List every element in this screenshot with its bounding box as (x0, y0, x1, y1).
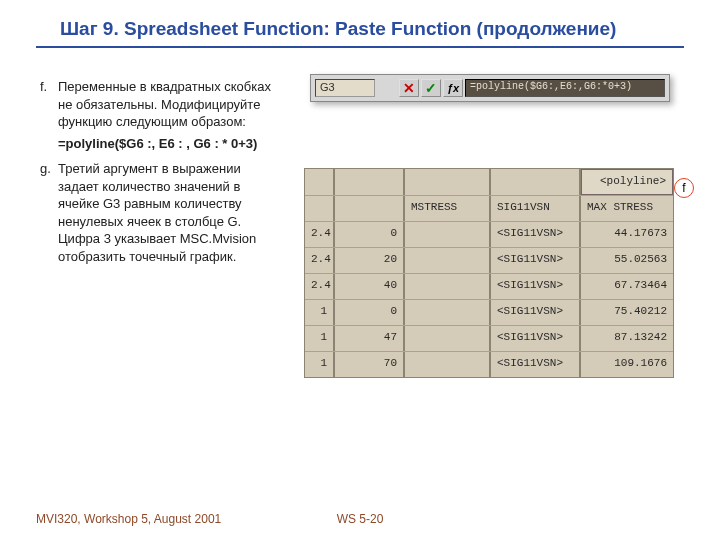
col-sig11vsn: SIG11VSN (491, 196, 581, 221)
formula-bar: G3 ✕ ✓ ƒx =polyline($G6:,E6:,G6:*0+3) (310, 74, 670, 102)
item-g-letter: g. (40, 160, 58, 265)
item-f-letter: f. (40, 78, 58, 152)
page-title: Шаг 9. Spreadsheet Function: Paste Funct… (0, 0, 720, 46)
item-f-formula: =polyline($G6 :, E6 : , G6 : * 0+3) (58, 135, 280, 153)
table-row: 1 70 <SIG11VSN> 109.1676 (305, 351, 673, 377)
footer-center: WS 5-20 (337, 512, 384, 526)
left-text-column: f. Переменные в квадратных скобках не об… (40, 78, 280, 273)
accept-button[interactable]: ✓ (421, 79, 441, 97)
formula-input[interactable]: =polyline($G6:,E6:,G6:*0+3) (465, 79, 665, 97)
callout-f-badge: f (674, 178, 694, 198)
table-row: 1 47 <SIG11VSN> 87.13242 (305, 325, 673, 351)
cancel-button[interactable]: ✕ (399, 79, 419, 97)
item-f-text: Переменные в квадратных скобках не обяза… (58, 79, 271, 129)
col-maxstress: MAX STRESS (581, 196, 673, 221)
polyline-cell[interactable]: <polyline> (581, 169, 673, 195)
table-row: 2.4 40 <SIG11VSN> 67.73464 (305, 273, 673, 299)
spreadsheet: <polyline> MSTRESS SIG11VSN MAX STRESS 2… (304, 168, 674, 378)
spreadsheet-row-polyline: <polyline> (305, 169, 673, 195)
item-g-text: Третий аргумент в выражении задает колич… (58, 160, 280, 265)
footer: MVI320, Workshop 5, August 2001 WS 5-20 (36, 512, 684, 526)
content-area: f. Переменные в квадратных скобках не об… (0, 48, 720, 273)
col-mstress: MSTRESS (405, 196, 491, 221)
footer-left: MVI320, Workshop 5, August 2001 (36, 512, 221, 526)
spreadsheet-header-row: MSTRESS SIG11VSN MAX STRESS (305, 195, 673, 221)
table-row: 2.4 0 <SIG11VSN> 44.17673 (305, 221, 673, 247)
item-f: f. Переменные в квадратных скобках не об… (40, 78, 280, 152)
right-image-column: G3 ✕ ✓ ƒx =polyline($G6:,E6:,G6:*0+3) f … (280, 78, 700, 273)
table-row: 1 0 <SIG11VSN> 75.40212 (305, 299, 673, 325)
cell-reference-box[interactable]: G3 (315, 79, 375, 97)
fx-button[interactable]: ƒx (443, 79, 463, 97)
item-g: g. Третий аргумент в выражении задает ко… (40, 160, 280, 265)
table-row: 2.4 20 <SIG11VSN> 55.02563 (305, 247, 673, 273)
